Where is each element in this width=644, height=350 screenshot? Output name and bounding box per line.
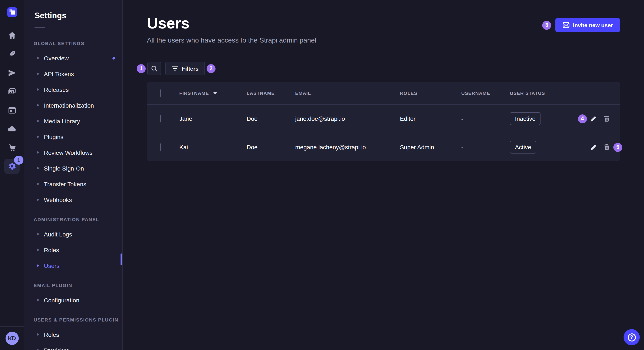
subnav-item-label: Roles — [44, 246, 59, 253]
subnav-item-transfer-tokens[interactable]: Transfer Tokens — [24, 176, 122, 192]
page-header-text: Users All the users who have access to t… — [147, 14, 316, 44]
sort-desc-icon — [213, 92, 217, 94]
annotation-badge-3: 3 — [542, 21, 551, 29]
subnav-item-label: Webhooks — [44, 196, 72, 203]
feather-icon[interactable] — [4, 46, 20, 62]
subnav-item-label: Single Sign-On — [44, 165, 84, 172]
section-global-settings: Overview API Tokens Releases Internation… — [24, 50, 122, 207]
home-icon[interactable] — [4, 28, 20, 43]
list-toolbar: 1 Filters 2 — [147, 62, 620, 75]
page-header: Users All the users who have access to t… — [147, 14, 620, 44]
column-header-roles: ROLES — [393, 91, 454, 96]
paper-plane-icon[interactable] — [4, 65, 20, 80]
page-subtitle: All the users who have access to the Str… — [147, 37, 316, 44]
subnav-item-label: Plugins — [44, 133, 64, 140]
bullet — [37, 299, 39, 301]
rail-footer: KD — [0, 326, 24, 350]
bullet — [37, 233, 39, 235]
subnav-item-label: Providers — [44, 347, 69, 350]
bullet — [37, 88, 39, 91]
column-header-email: EMAIL — [288, 91, 393, 96]
column-header-firstname[interactable]: FIRSTNAME — [172, 91, 240, 96]
subnav-item-media-library[interactable]: Media Library — [24, 113, 122, 129]
settings-gear-icon[interactable]: 1 — [4, 159, 20, 174]
subnav-item-internationalization[interactable]: Internationalization — [24, 97, 122, 113]
subnav-item-providers[interactable]: Providers — [24, 342, 122, 350]
subnav-item-releases[interactable]: Releases — [24, 82, 122, 97]
filters-label: Filters — [182, 65, 198, 72]
delete-button[interactable] — [604, 144, 610, 151]
pencil-icon — [590, 116, 597, 122]
subnav-title: Settings — [34, 11, 122, 20]
filter-icon — [172, 66, 178, 71]
overview-notification-dot — [112, 57, 115, 59]
edit-button[interactable] — [590, 144, 597, 150]
subnav-item-admin-roles[interactable]: Roles — [24, 242, 122, 258]
logo-section — [0, 0, 24, 24]
invite-new-user-button[interactable]: Invite new user — [556, 18, 620, 32]
subnav-item-label: Review Workflows — [44, 149, 92, 156]
edit-button[interactable] — [590, 116, 597, 122]
help-button[interactable]: ? — [624, 329, 640, 345]
subnav-item-webhooks[interactable]: Webhooks — [24, 192, 122, 207]
annotation-badge-5: 5 — [613, 143, 622, 152]
strapi-logo[interactable] — [7, 7, 17, 17]
search-button[interactable] — [147, 62, 161, 75]
bullet — [37, 167, 39, 169]
subnav-item-label: Overview — [44, 55, 69, 61]
user-avatar[interactable]: KD — [5, 332, 18, 345]
annotation-badge-2: 2 — [206, 64, 216, 73]
delete-button[interactable] — [604, 115, 610, 122]
subnav-item-plugins[interactable]: Plugins — [24, 129, 122, 145]
table-header-row: FIRSTNAME LASTNAME EMAIL ROLES USERNAME … — [147, 82, 620, 104]
row-checkbox[interactable] — [160, 115, 160, 123]
users-table: FIRSTNAME LASTNAME EMAIL ROLES USERNAME … — [147, 82, 620, 161]
subnav-item-users-active[interactable]: Users — [24, 258, 122, 273]
subnav-item-audit-logs[interactable]: Audit Logs — [24, 226, 122, 242]
subnav-item-review-workflows[interactable]: Review Workflows — [24, 145, 122, 160]
pencil-icon — [590, 144, 597, 150]
marketplace-cart-icon[interactable] — [4, 140, 20, 155]
select-all-checkbox[interactable] — [160, 89, 160, 97]
bullet — [37, 265, 39, 267]
question-mark-icon: ? — [628, 333, 636, 341]
subnav-item-up-roles[interactable]: Roles — [24, 327, 122, 342]
section-label-users-permissions-plugin: USERS & PERMISSIONS PLUGIN — [34, 317, 122, 322]
cell-firstname: Kai — [172, 144, 240, 151]
subnav-item-label: Releases — [44, 86, 69, 93]
column-header-lastname: LASTNAME — [240, 91, 288, 96]
subnav-item-configuration[interactable]: Configuration — [24, 292, 122, 308]
status-badge: Active — [510, 141, 536, 154]
header-actions: 3 Invite new user — [542, 18, 620, 32]
section-label-administration-panel: ADMINISTRATION PANEL — [34, 217, 122, 222]
bullet — [37, 249, 39, 251]
bullet — [37, 136, 39, 138]
invite-new-user-label: Invite new user — [573, 22, 613, 28]
subnav-item-overview[interactable]: Overview — [24, 50, 122, 66]
subnav-item-api-tokens[interactable]: API Tokens — [24, 66, 122, 82]
subnav-scrollbar-thumb[interactable] — [120, 253, 122, 265]
row-actions: 4 — [571, 114, 628, 123]
content-layout-icon[interactable] — [4, 103, 20, 118]
settings-notification-badge: 1 — [14, 156, 24, 165]
row-actions: 5 — [571, 143, 628, 152]
column-header-user-status: USER STATUS — [503, 91, 571, 96]
row-checkbox[interactable] — [160, 143, 160, 151]
subnav-item-label: Users — [44, 262, 60, 269]
subnav-item-label: Audit Logs — [44, 231, 72, 237]
users-page: Users All the users who have access to t… — [123, 0, 644, 350]
cell-email: megane.lacheny@strapi.io — [288, 144, 393, 151]
strapi-admin-app: 1 KD Settings GLOBAL SETTINGS Overview A… — [0, 0, 644, 350]
bullet — [37, 183, 39, 185]
section-label-global-settings: GLOBAL SETTINGS — [34, 41, 122, 46]
table-row-kai: Kai Doe megane.lacheny@strapi.io Super A… — [147, 133, 620, 161]
media-library-icon[interactable] — [4, 84, 20, 99]
subnav-item-label: Transfer Tokens — [44, 180, 86, 187]
cloud-icon[interactable] — [4, 121, 20, 137]
subnav-item-single-sign-on[interactable]: Single Sign-On — [24, 160, 122, 176]
column-header-username: USERNAME — [454, 91, 503, 96]
cell-roles: Super Admin — [393, 144, 454, 151]
bullet — [37, 73, 39, 75]
cell-firstname: Jane — [172, 115, 240, 122]
filters-button[interactable]: Filters — [165, 62, 205, 75]
